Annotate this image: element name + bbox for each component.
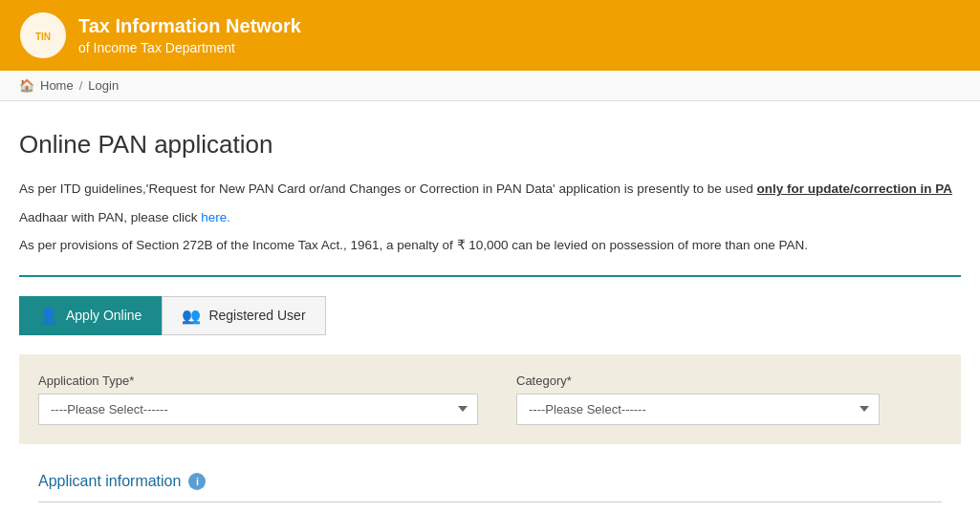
header-title-line1: Tax Information Network — [78, 12, 301, 39]
application-type-select[interactable]: ----Please Select------ — [38, 394, 478, 425]
section-divider-top — [19, 275, 961, 277]
tab-apply-online[interactable]: 👤 Apply Online — [19, 296, 162, 335]
applicant-section: Applicant information i — [19, 463, 961, 512]
category-select-wrapper: ----Please Select------ — [516, 394, 880, 425]
info-text-aadhaar: Aadhaar with PAN, please click here. — [19, 207, 961, 228]
main-content: Online PAN application As per ITD guidel… — [0, 101, 980, 512]
info-text-part1: As per ITD guidelines,'Request for New P… — [19, 181, 757, 196]
info-text-part2: Aadhaar with PAN, please click — [19, 210, 201, 224]
info-text-underline: only for update/correction in PA — [757, 181, 953, 196]
applicant-info-icon[interactable]: i — [188, 473, 206, 490]
application-type-group: Application Type* ----Please Select-----… — [38, 373, 478, 425]
breadcrumb-separator: / — [79, 78, 83, 93]
info-text-pan: As per ITD guidelines,'Request for New P… — [19, 179, 961, 200]
tab-apply-online-label: Apply Online — [66, 308, 142, 323]
svg-text:TIN: TIN — [35, 32, 51, 42]
registered-user-icon: 👥 — [182, 307, 201, 325]
form-row: Application Type* ----Please Select-----… — [38, 373, 942, 425]
tab-registered-user-label: Registered User — [208, 308, 305, 323]
penalty-text: As per provisions of Section 272B of the… — [19, 235, 961, 256]
applicant-info-label: Applicant information — [38, 473, 181, 490]
tabs-container: 👤 Apply Online 👥 Registered User — [19, 296, 961, 335]
tab-registered-user[interactable]: 👥 Registered User — [162, 296, 325, 335]
application-type-label: Application Type* — [38, 373, 478, 388]
header: TIN Tax Information Network of Income Ta… — [0, 0, 980, 71]
category-group: Category* ----Please Select------ — [516, 373, 880, 425]
tin-logo: TIN — [19, 11, 67, 59]
category-label: Category* — [516, 373, 880, 388]
apply-online-icon: 👤 — [39, 307, 58, 325]
category-select[interactable]: ----Please Select------ — [516, 394, 880, 425]
home-icon: 🏠 — [19, 78, 34, 93]
form-area: Application Type* ----Please Select-----… — [19, 354, 961, 444]
application-type-select-wrapper: ----Please Select------ — [38, 394, 478, 425]
breadcrumb-home-link[interactable]: Home — [40, 78, 74, 93]
header-title: Tax Information Network of Income Tax De… — [78, 12, 301, 58]
breadcrumb: 🏠 Home / Login — [0, 71, 980, 101]
here-link[interactable]: here. — [201, 210, 230, 224]
header-title-line2: of Income Tax Department — [78, 39, 301, 58]
page-title: Online PAN application — [19, 130, 961, 160]
breadcrumb-current: Login — [88, 78, 119, 93]
applicant-section-divider — [38, 501, 942, 502]
applicant-info-title: Applicant information i — [38, 473, 942, 490]
